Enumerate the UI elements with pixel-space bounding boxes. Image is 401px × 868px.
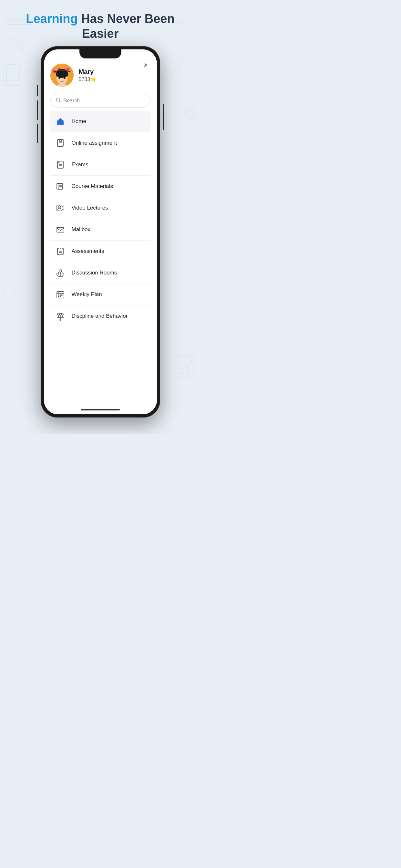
mail-icon xyxy=(54,223,66,236)
exams-icon xyxy=(54,159,66,171)
discussion-icon xyxy=(54,267,66,279)
menu-item-video-lectures[interactable]: Video Lectures xyxy=(50,197,150,219)
svg-point-36 xyxy=(58,77,60,79)
phone-button-power xyxy=(163,104,164,130)
home-indicator xyxy=(81,409,120,410)
header-blue-text: Learning xyxy=(26,12,78,26)
menu-label-mailbox: Mailbox xyxy=(72,226,91,233)
phone-button-silent xyxy=(37,85,38,96)
menu-item-discussion-rooms[interactable]: Discussion Rooms xyxy=(50,262,150,284)
header-rest-text: Has Never Been Easier xyxy=(78,12,175,40)
menu-item-discipline[interactable]: Discpline and Behavior xyxy=(50,306,150,327)
menu-item-weekly-plan[interactable]: Weekly Plan xyxy=(50,284,150,306)
svg-point-104 xyxy=(60,319,61,321)
calendar-icon xyxy=(54,288,66,301)
phone-mockup: × xyxy=(41,46,160,417)
svg-rect-48 xyxy=(59,123,61,125)
svg-point-26 xyxy=(183,367,186,369)
discipline-icon xyxy=(54,310,66,322)
profile-stars: 5733⭐ xyxy=(79,76,97,82)
menu-label-assessments: Assessments xyxy=(72,248,104,254)
menu-label-weekly-plan: Weekly Plan xyxy=(72,291,102,298)
menu-item-assessments[interactable]: Assessments xyxy=(50,241,150,262)
menu-label-online-assignment: Online assignment xyxy=(72,140,117,146)
menu-item-home[interactable]: Home xyxy=(50,111,150,132)
profile-section: Mary 5733⭐ xyxy=(50,62,150,87)
svg-line-47 xyxy=(59,101,60,102)
svg-point-42 xyxy=(61,67,63,69)
menu-item-online-assignment[interactable]: Online assignment xyxy=(50,132,150,154)
svg-rect-23 xyxy=(176,355,194,378)
svg-rect-94 xyxy=(58,296,59,298)
svg-rect-49 xyxy=(58,140,63,147)
video-icon xyxy=(54,202,66,214)
menu-list: Home xyxy=(50,111,150,327)
svg-point-66 xyxy=(58,206,60,208)
svg-line-19 xyxy=(187,126,197,135)
phone-notch xyxy=(80,50,121,58)
svg-rect-10 xyxy=(3,65,19,86)
svg-point-25 xyxy=(180,367,182,369)
svg-point-17 xyxy=(185,107,196,119)
svg-point-79 xyxy=(57,273,59,275)
search-icon xyxy=(56,97,61,104)
svg-rect-61 xyxy=(58,183,63,189)
svg-point-41 xyxy=(58,68,60,70)
menu-label-home: Home xyxy=(72,118,86,125)
menu-item-exams[interactable]: Exams xyxy=(50,154,150,176)
svg-line-82 xyxy=(62,272,63,273)
svg-point-29 xyxy=(183,372,186,374)
menu-label-exams: Exams xyxy=(72,161,89,168)
menu-item-course-materials[interactable]: Course Materials xyxy=(50,176,150,197)
svg-text:?: ? xyxy=(176,295,183,309)
home-icon xyxy=(54,115,66,128)
svg-rect-15 xyxy=(181,58,197,79)
profile-name: Mary xyxy=(79,68,97,75)
menu-label-discipline: Discpline and Behavior xyxy=(72,313,128,319)
svg-rect-91 xyxy=(58,294,59,296)
svg-rect-93 xyxy=(61,294,63,296)
svg-point-80 xyxy=(62,273,64,275)
search-input[interactable] xyxy=(64,98,145,104)
phone-button-vol-up xyxy=(37,100,38,120)
svg-point-96 xyxy=(58,313,59,315)
svg-point-43 xyxy=(64,68,66,70)
svg-point-37 xyxy=(64,77,66,79)
svg-point-97 xyxy=(61,313,63,315)
svg-rect-24 xyxy=(178,358,191,363)
menu-item-mailbox[interactable]: Mailbox xyxy=(50,219,150,241)
svg-point-98 xyxy=(59,313,61,315)
svg-rect-70 xyxy=(57,227,64,232)
menu-label-discussion-rooms: Discussion Rooms xyxy=(72,270,117,276)
close-button[interactable]: × xyxy=(144,61,148,69)
svg-rect-92 xyxy=(60,294,61,296)
search-bar[interactable] xyxy=(50,94,150,107)
svg-point-30 xyxy=(187,372,190,374)
avatar xyxy=(50,64,73,87)
profile-info: Mary 5733⭐ xyxy=(79,68,97,82)
svg-point-27 xyxy=(187,367,190,369)
phone-button-vol-down xyxy=(37,124,38,143)
menu-label-video-lectures: Video Lectures xyxy=(72,205,108,211)
page-header: Learning Has Never Been Easier xyxy=(0,11,201,41)
svg-point-18 xyxy=(187,110,194,116)
svg-rect-95 xyxy=(60,296,61,298)
menu-label-course-materials: Course Materials xyxy=(72,183,113,190)
assess-icon xyxy=(54,245,66,257)
svg-point-78 xyxy=(59,270,62,272)
assignment-icon xyxy=(54,137,66,149)
svg-point-28 xyxy=(180,372,182,374)
svg-point-40 xyxy=(55,68,58,71)
materials-icon xyxy=(54,180,66,192)
svg-point-20 xyxy=(3,284,16,297)
svg-rect-35 xyxy=(56,73,68,76)
svg-line-81 xyxy=(58,272,59,273)
svg-point-39 xyxy=(52,69,55,71)
